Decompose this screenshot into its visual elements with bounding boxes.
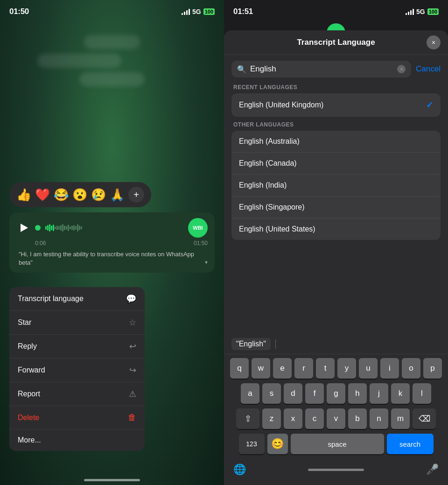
key-j[interactable]: j bbox=[370, 383, 388, 404]
modal-header: Transcript Language × bbox=[224, 30, 448, 55]
waveform bbox=[45, 223, 183, 232]
menu-item-more[interactable]: More... bbox=[9, 429, 145, 451]
status-icons-left: 5G 100 bbox=[182, 8, 215, 15]
report-icon: ⚠ bbox=[129, 389, 136, 399]
keyboard-rows: q w e r t y u i o p a s d f g bbox=[224, 354, 448, 461]
time-right: 01:51 bbox=[233, 7, 253, 16]
emoji-cry[interactable]: 😢 bbox=[91, 188, 106, 202]
blurred-bubble-1 bbox=[84, 35, 140, 49]
lang-label-english-sg: English (Singapore) bbox=[239, 203, 305, 211]
cancel-button[interactable]: Cancel bbox=[416, 64, 441, 74]
key-f[interactable]: f bbox=[305, 383, 324, 404]
key-u[interactable]: u bbox=[359, 358, 378, 379]
lang-item-english-ca[interactable]: English (Canada) bbox=[231, 153, 441, 175]
menu-label-star: Star bbox=[18, 318, 31, 327]
key-d[interactable]: d bbox=[284, 383, 302, 404]
modal-close-button[interactable]: × bbox=[427, 35, 441, 49]
voice-transcript-text: "Hi, I am testing the ability to transcr… bbox=[16, 250, 208, 267]
key-c[interactable]: c bbox=[305, 408, 324, 429]
transcript-language-modal: Transcript Language × 🔍 ✕ Cancel RECENT … bbox=[224, 30, 448, 485]
emoji-wow[interactable]: 😮 bbox=[72, 188, 87, 202]
key-b[interactable]: b bbox=[348, 408, 367, 429]
network-type-right: 5G bbox=[416, 8, 425, 15]
key-v[interactable]: v bbox=[327, 408, 345, 429]
key-w[interactable]: w bbox=[252, 358, 270, 379]
lang-item-english-us[interactable]: English (United States) bbox=[231, 218, 441, 240]
key-n[interactable]: n bbox=[370, 408, 388, 429]
recent-section-label: RECENT LANGUAGES bbox=[231, 79, 441, 93]
play-button[interactable] bbox=[16, 221, 30, 235]
delete-icon: 🗑 bbox=[128, 413, 136, 422]
key-row-2: a s d f g h j k l bbox=[227, 383, 445, 404]
key-q[interactable]: q bbox=[230, 358, 249, 379]
key-l[interactable]: l bbox=[413, 383, 431, 404]
lang-item-english-sg[interactable]: English (Singapore) bbox=[231, 197, 441, 218]
key-x[interactable]: x bbox=[284, 408, 302, 429]
menu-label-more: More... bbox=[18, 436, 41, 444]
key-i[interactable]: i bbox=[380, 358, 399, 379]
battery-icon-right: 100 bbox=[427, 8, 439, 15]
language-search-input[interactable] bbox=[250, 64, 393, 74]
autocomplete-item-english[interactable]: "English" bbox=[231, 338, 271, 350]
menu-label-report: Report bbox=[18, 390, 40, 398]
menu-label-forward: Forward bbox=[18, 366, 45, 374]
voice-times: 0:06 01:50 bbox=[16, 240, 208, 246]
blurred-bubble-2 bbox=[37, 54, 121, 68]
key-h[interactable]: h bbox=[348, 383, 367, 404]
key-e[interactable]: e bbox=[273, 358, 292, 379]
battery-icon-left: 100 bbox=[203, 8, 215, 15]
checkmark-icon: ✓ bbox=[426, 100, 433, 110]
autocomplete-bar: "English" bbox=[224, 334, 448, 354]
space-key[interactable]: space bbox=[291, 434, 384, 454]
transcript-icon: 💬 bbox=[126, 294, 136, 304]
key-k[interactable]: k bbox=[391, 383, 410, 404]
home-indicator-left bbox=[84, 479, 140, 481]
menu-item-reply[interactable]: Reply ↩ bbox=[9, 335, 145, 358]
backspace-key[interactable]: ⌫ bbox=[413, 408, 436, 429]
voice-total-time: 01:50 bbox=[194, 240, 208, 246]
menu-item-report[interactable]: Report ⚠ bbox=[9, 382, 145, 406]
emoji-more-button[interactable]: + bbox=[128, 187, 144, 203]
emoji-key[interactable]: 😊 bbox=[267, 434, 288, 454]
lang-label-english-au: English (Australia) bbox=[239, 137, 300, 146]
key-s[interactable]: s bbox=[262, 383, 281, 404]
key-m[interactable]: m bbox=[391, 408, 410, 429]
autocomplete-divider bbox=[275, 339, 276, 349]
star-icon: ☆ bbox=[129, 317, 136, 328]
num-key[interactable]: 123 bbox=[239, 434, 265, 454]
key-o[interactable]: o bbox=[402, 358, 420, 379]
lang-item-english-uk[interactable]: English (United Kingdom) ✓ bbox=[231, 93, 441, 117]
language-search-bar[interactable]: 🔍 ✕ bbox=[231, 61, 411, 77]
microphone-icon[interactable]: 🎤 bbox=[426, 464, 439, 476]
key-y[interactable]: y bbox=[337, 358, 356, 379]
emoji-reaction-bar[interactable]: 👍 ❤️ 😂 😮 😢 🙏 + bbox=[9, 182, 151, 207]
key-p[interactable]: p bbox=[423, 358, 442, 379]
menu-item-delete[interactable]: Delete 🗑 bbox=[9, 406, 145, 429]
shift-key[interactable]: ⇧ bbox=[236, 408, 259, 429]
recent-languages-section: RECENT LANGUAGES English (United Kingdom… bbox=[224, 79, 448, 117]
signal-icon-right bbox=[406, 8, 414, 15]
menu-item-star[interactable]: Star ☆ bbox=[9, 311, 145, 335]
search-clear-button[interactable]: ✕ bbox=[397, 65, 406, 73]
key-t[interactable]: t bbox=[316, 358, 335, 379]
emoji-heart[interactable]: ❤️ bbox=[35, 188, 50, 202]
lang-item-english-au[interactable]: English (Australia) bbox=[231, 131, 441, 153]
key-r[interactable]: r bbox=[294, 358, 313, 379]
recent-languages-list: English (United Kingdom) ✓ bbox=[231, 93, 441, 117]
menu-item-transcript-language[interactable]: Transcript language 💬 bbox=[9, 287, 145, 311]
key-g[interactable]: g bbox=[327, 383, 345, 404]
right-panel: 01:51 5G 100 Transcript Language × bbox=[224, 0, 448, 485]
key-z[interactable]: z bbox=[262, 408, 281, 429]
emoji-pray[interactable]: 🙏 bbox=[110, 188, 125, 202]
emoji-laugh[interactable]: 😂 bbox=[54, 188, 69, 202]
emoji-thumbsup[interactable]: 👍 bbox=[16, 188, 31, 202]
search-key[interactable]: search bbox=[387, 434, 434, 454]
menu-item-forward[interactable]: Forward ↪ bbox=[9, 358, 145, 382]
network-type-left: 5G bbox=[192, 8, 201, 15]
left-panel: 01:50 5G 100 👍 ❤️ 😂 😮 😢 🙏 + bbox=[0, 0, 224, 485]
lang-item-english-in[interactable]: English (India) bbox=[231, 175, 441, 197]
key-a[interactable]: a bbox=[241, 383, 259, 404]
voice-controls: WBI bbox=[16, 218, 208, 238]
menu-label-transcript: Transcript language bbox=[18, 295, 84, 303]
globe-icon[interactable]: 🌐 bbox=[233, 464, 246, 476]
